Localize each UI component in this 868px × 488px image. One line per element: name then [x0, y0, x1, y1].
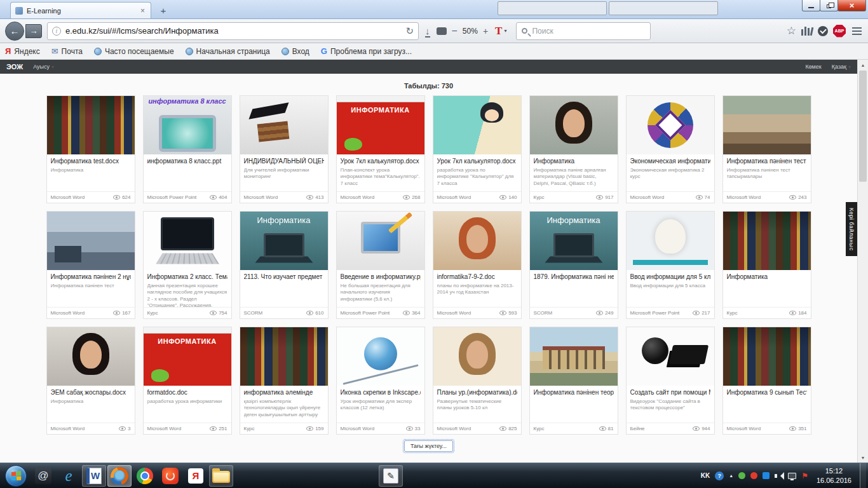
nav-switch-menu[interactable]: Ауысу ▾ — [33, 64, 54, 70]
course-card[interactable]: Информатика 1879. Информатика пәні нені … — [529, 211, 618, 319]
zoom-in-icon[interactable]: + — [483, 26, 488, 36]
card-title[interactable]: информатика 8 класс.ppt — [147, 158, 227, 165]
card-title[interactable]: 2113. Что изучает предмет ин... — [244, 273, 324, 281]
card-title[interactable]: ЭЕМ сабақ жоспары.docx — [51, 389, 131, 396]
bookmark-login[interactable]: Вход — [281, 47, 309, 56]
pocket-icon[interactable] — [818, 26, 828, 36]
card-title[interactable]: Урок 7кл калькулятор.docx — [341, 158, 421, 165]
translator-button[interactable]: T ▾ — [493, 24, 508, 37]
reload-icon[interactable]: ↻ — [405, 25, 414, 37]
card-title[interactable]: 1879. Информатика пәні нені о... — [534, 273, 614, 281]
card-title[interactable]: Урок 7кл калькулятор.docx — [437, 158, 517, 165]
scrollbar-thumb[interactable] — [859, 71, 867, 182]
show-desktop-button[interactable] — [860, 463, 866, 488]
library-icon[interactable] — [801, 27, 813, 36]
card-title[interactable]: Создать сайт при помощи MS ... — [630, 389, 710, 396]
card-title[interactable]: Информатика — [534, 158, 614, 165]
minimize-button[interactable] — [802, 0, 820, 11]
chat-bubble-icon[interactable] — [437, 27, 447, 35]
card-title[interactable]: Информатика — [727, 273, 807, 281]
tab-elearning[interactable]: E-Learning × — [10, 2, 151, 18]
search-input[interactable] — [532, 27, 645, 36]
course-card[interactable]: Информатика 9 сынып Тест жу... Microsoft… — [722, 327, 811, 435]
help-tray-icon[interactable]: ? — [715, 471, 724, 480]
zoom-level[interactable]: 50% — [463, 27, 478, 36]
taskbar-editor[interactable]: ✎ — [379, 465, 403, 487]
keyboard-language[interactable]: KK — [701, 472, 710, 479]
course-card[interactable]: Информатика пәнінен теориял... Курс 81 — [529, 327, 618, 435]
tab-close-icon[interactable]: × — [139, 6, 146, 15]
taskbar-explorer[interactable] — [209, 465, 233, 487]
url-input[interactable] — [65, 26, 401, 36]
background-window[interactable] — [498, 1, 607, 15]
load-more-button[interactable]: Тағы жүктеу... — [404, 440, 453, 452]
new-tab-button[interactable]: + — [155, 4, 172, 17]
bookmark-star-icon[interactable]: ☆ — [787, 24, 796, 37]
course-card[interactable]: Информатика пәнінен тест тап... Информат… — [722, 95, 811, 203]
course-card[interactable]: Ввод информации для 5 класса... Ввод инф… — [626, 211, 715, 319]
taskbar-clock[interactable]: 15:12 16.06.2016 — [813, 466, 855, 485]
site-info-icon[interactable]: i — [52, 27, 61, 36]
card-title[interactable]: formatdoc.doc — [147, 389, 227, 396]
card-title[interactable]: Информатика 9 сынып Тест жу... — [727, 389, 807, 396]
course-card[interactable]: ЭЕМ сабақ жоспары.docx Информатика Micro… — [46, 327, 135, 435]
taskbar-firefox[interactable] — [107, 465, 132, 487]
volume-icon[interactable] — [775, 472, 783, 480]
restore-button[interactable] — [820, 0, 838, 11]
adblock-icon[interactable]: ABP — [833, 25, 846, 37]
menu-icon[interactable] — [851, 26, 863, 36]
course-card[interactable]: ИНФОРМАТИКА formatdoc.doc разработка уро… — [143, 327, 232, 435]
course-card[interactable]: Создать сайт при помощи MS ... Видеоурок… — [626, 327, 715, 435]
card-title[interactable]: Информатика 2 класс. Тема от... — [147, 273, 227, 281]
bookmark-yandex[interactable]: Я Яндекс — [5, 46, 40, 56]
course-card[interactable]: Информатика пәнінен 2 нұсқа ... Информат… — [46, 211, 135, 319]
close-button[interactable]: × — [837, 0, 866, 11]
network-icon[interactable] — [788, 473, 796, 479]
course-card[interactable]: Урок 7кл калькулятор.docx разработка уро… — [433, 95, 522, 203]
zoom-out-icon[interactable]: − — [452, 25, 458, 37]
bookmark-google-issue[interactable]: G Проблема при загруз... — [321, 46, 412, 56]
taskbar-internet-explorer[interactable]: e — [57, 465, 81, 487]
scroll-up-icon[interactable]: ▲ — [858, 60, 868, 70]
card-title[interactable]: Информатика пәнінен тест тап... — [727, 158, 807, 165]
card-title[interactable]: Информатика пәнінен теориял... — [534, 389, 614, 396]
page-scrollbar[interactable]: ▲ ▼ — [857, 60, 868, 463]
taskbar-mail-agent[interactable]: @ — [31, 465, 55, 487]
downloads-icon[interactable]: ↓ — [424, 25, 431, 36]
card-title[interactable]: Ввод информации для 5 класса... — [630, 273, 710, 281]
action-center-flag-icon[interactable]: ⚑ — [801, 471, 808, 480]
hidden-icons-arrow[interactable]: ▲ — [729, 473, 733, 478]
card-title[interactable]: информатика әлемінде — [244, 389, 324, 396]
taskbar-yandex-browser[interactable]: Я — [184, 465, 208, 487]
course-card[interactable]: Планы ур.(информатика).doc Развернутые т… — [433, 327, 522, 435]
course-card[interactable]: Экономическая информатика ... Экономичес… — [626, 95, 715, 203]
course-card[interactable]: ИНДИВИДУАЛЬНЫЙ ОЦЕНОЧН... Для учителей и… — [240, 95, 329, 203]
course-card[interactable]: Информатика 2 класс. Тема от... Данная п… — [143, 211, 232, 319]
forward-button[interactable]: → — [25, 24, 42, 38]
course-card[interactable]: информатика 8 класс информатика 8 класс.… — [143, 95, 232, 203]
taskbar-word[interactable]: W — [82, 465, 106, 487]
card-title[interactable]: Иконка скрепки в Inkscape.docx — [341, 389, 421, 396]
course-card[interactable]: информатика әлемінде қазіргі компьютерлі… — [240, 327, 329, 435]
taskbar-red-app[interactable] — [158, 465, 182, 487]
bookmark-mail[interactable]: ✉ Почта — [51, 46, 83, 56]
course-card[interactable]: Введение в информатику.ppt Не большая пр… — [336, 211, 425, 319]
back-button[interactable]: ← — [5, 22, 24, 41]
course-card[interactable]: Информатика test.docx Информатика Micros… — [46, 95, 135, 203]
course-card[interactable]: Информатика Курс 184 — [722, 211, 811, 319]
course-card[interactable]: Информатика 2113. Что изучает предмет ин… — [240, 211, 329, 319]
card-title[interactable]: Введение в информатику.ppt — [341, 273, 421, 281]
search-bar[interactable] — [516, 22, 651, 40]
bookmark-frequent[interactable]: Часто посещаемые — [94, 47, 174, 56]
card-title[interactable]: Экономическая информатика ... — [630, 158, 710, 165]
start-button[interactable] — [5, 465, 27, 487]
help-link[interactable]: Көмек — [805, 64, 821, 70]
card-title[interactable]: ИНДИВИДУАЛЬНЫЙ ОЦЕНОЧН... — [244, 158, 324, 165]
card-title[interactable]: informatika7-9-2.doc — [437, 273, 517, 281]
card-title[interactable]: Информатика пәнінен 2 нұсқа ... — [51, 273, 131, 281]
site-logo[interactable]: ЭОЖ — [6, 63, 23, 71]
course-card[interactable]: Иконка скрепки в Inkscape.docx Урок инфо… — [336, 327, 425, 435]
tray-red-icon[interactable] — [750, 472, 757, 479]
course-card[interactable]: Информатика Информатика пәніне арналған … — [529, 95, 618, 203]
tray-blue-icon[interactable] — [763, 472, 770, 479]
